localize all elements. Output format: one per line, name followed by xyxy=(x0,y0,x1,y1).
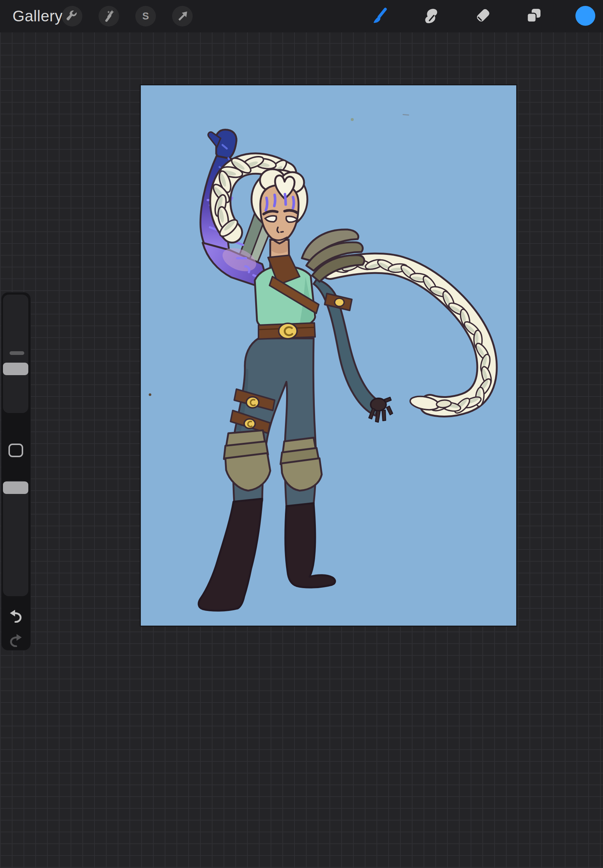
smudge-finger-icon xyxy=(421,5,441,26)
opacity-slider[interactable] xyxy=(3,481,28,596)
actions-button[interactable] xyxy=(62,6,82,26)
brush-icon xyxy=(369,6,390,26)
erase-tool-button[interactable] xyxy=(473,5,493,26)
artwork-belt xyxy=(258,323,315,339)
sidebar-panel xyxy=(2,292,31,650)
opacity-handle[interactable] xyxy=(3,481,28,494)
canvas-background xyxy=(141,85,516,626)
wrench-icon xyxy=(65,9,79,23)
artwork-svg xyxy=(141,85,516,626)
transform-button[interactable] xyxy=(172,6,193,26)
modify-button[interactable] xyxy=(8,444,23,457)
slider-tick xyxy=(9,351,24,355)
arrow-icon xyxy=(175,9,190,23)
brush-size-handle[interactable] xyxy=(3,363,28,375)
layers-button[interactable] xyxy=(524,6,544,26)
brush-tool-button[interactable] xyxy=(369,6,390,26)
adjustments-button[interactable] xyxy=(99,6,119,26)
top-toolbar: Gallery S xyxy=(0,0,603,32)
redo-icon xyxy=(8,632,23,647)
smudge-tool-button[interactable] xyxy=(421,5,441,26)
s-curve-icon: S xyxy=(138,9,153,23)
color-swatch[interactable] xyxy=(575,6,595,26)
magic-wand-icon xyxy=(102,9,116,23)
undo-icon xyxy=(8,608,23,623)
brush-size-slider[interactable] xyxy=(3,295,28,413)
selection-button[interactable]: S xyxy=(135,6,156,26)
gallery-button[interactable]: Gallery xyxy=(12,0,63,32)
undo-button[interactable] xyxy=(8,608,23,623)
app-screen: Gallery S xyxy=(0,0,603,868)
drawing-canvas[interactable] xyxy=(141,85,516,626)
eraser-icon xyxy=(473,5,493,26)
svg-text:S: S xyxy=(142,10,149,22)
layers-icon xyxy=(524,6,544,26)
redo-button[interactable] xyxy=(8,632,23,647)
